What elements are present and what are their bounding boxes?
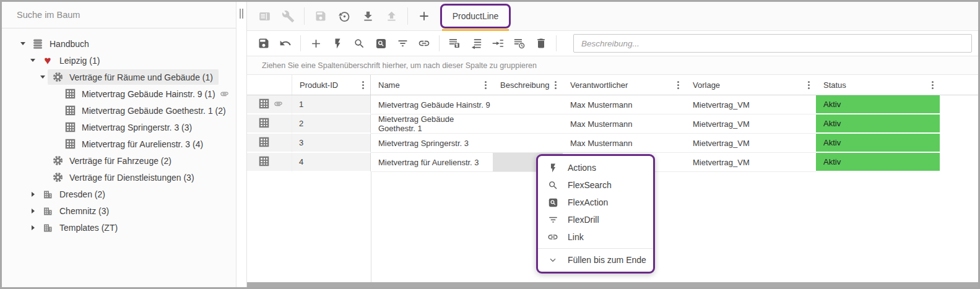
tree-item-label: Verträge für Räume und Gebäude (1) — [69, 72, 213, 82]
column-menu-icon[interactable] — [676, 80, 680, 90]
cell-beschreibung[interactable] — [493, 114, 563, 134]
cell-produkt-id[interactable]: 2 — [292, 114, 371, 134]
download-button[interactable] — [360, 9, 375, 24]
cell-verantwortlicher[interactable]: Max Mustermann — [563, 114, 685, 134]
app-window: Handbuch ♥ Leipzig (1) Verträge für Räum… — [0, 0, 980, 289]
row-type-cell[interactable] — [247, 134, 292, 153]
tree-item-dresden[interactable]: Dresden (2) — [2, 186, 236, 202]
tree-item-label: Mietvertrag Gebäude Goethestr. 1 (2) — [82, 106, 226, 116]
wrench-button[interactable] — [280, 9, 295, 24]
tree-item-vertraege-dienstleistungen[interactable]: Verträge für Dienstleistungen (3) — [2, 169, 236, 186]
status-badge[interactable]: Aktiv — [816, 95, 940, 114]
building-icon — [41, 205, 54, 217]
status-badge[interactable]: Aktiv — [816, 134, 940, 153]
cell-name[interactable]: Mietvertrag Springerstr. 3 — [371, 134, 493, 153]
menu-item-link[interactable]: Link — [538, 228, 653, 246]
toolbar-divider — [304, 7, 305, 25]
undo-button[interactable] — [279, 37, 292, 50]
group-by-drop-zone[interactable]: Ziehen Sie eine Spaltenüberschrift hierh… — [247, 56, 978, 75]
flexsearch-button[interactable] — [352, 37, 366, 50]
add-row-button[interactable] — [309, 37, 323, 50]
tree-item-label: Verträge für Dienstleistungen (3) — [69, 173, 194, 183]
panel-toggle-button[interactable] — [257, 9, 272, 24]
panel-resize-handle[interactable] — [240, 9, 243, 19]
tree-item-leipzig[interactable]: ♥ Leipzig (1) — [2, 52, 236, 69]
menu-item-flexdrill[interactable]: FlexDrill — [538, 211, 653, 228]
actions-button[interactable] — [331, 37, 344, 50]
cell-verantwortlicher[interactable]: Max Mustermann — [563, 134, 685, 153]
menu-item-flexaction[interactable]: FlexAction — [538, 194, 653, 211]
chevron-expanded-icon[interactable] — [28, 59, 38, 62]
flexdrill-button[interactable] — [396, 37, 409, 50]
row-type-cell[interactable] — [247, 114, 292, 134]
table-row[interactable]: 3 Mietvertrag Springerstr. 3 Max Musterm… — [247, 134, 978, 153]
add-tab-button[interactable] — [417, 9, 431, 24]
column-header-name[interactable]: Name — [371, 75, 493, 95]
column-menu-icon[interactable] — [553, 80, 558, 90]
save-rows-button[interactable] — [448, 37, 461, 50]
chevron-collapsed-icon[interactable] — [28, 192, 38, 197]
cell-beschreibung[interactable] — [493, 95, 563, 114]
save-grid-button[interactable] — [257, 37, 271, 50]
tree-item-handbuch[interactable]: Handbuch — [2, 35, 236, 52]
save-button[interactable] — [313, 9, 328, 24]
status-badge[interactable]: Aktiv — [816, 114, 940, 134]
column-header-beschreibung[interactable]: Beschreibung — [493, 75, 563, 95]
restore-history-button[interactable] — [337, 9, 352, 24]
flexaction-button[interactable] — [374, 37, 388, 50]
menu-divider — [538, 248, 653, 249]
chevron-collapsed-icon[interactable] — [28, 209, 38, 214]
tree-search-input[interactable] — [2, 10, 236, 20]
chevron-expanded-icon[interactable] — [18, 42, 28, 45]
tree-item-mietvertrag-aurelienstr[interactable]: Mietvertrag für Aurelienstr. 3 (4) — [2, 136, 236, 152]
column-header-verantwortlicher[interactable]: Verantwortlicher — [563, 75, 685, 95]
menu-item-flexsearch[interactable]: FlexSearch — [538, 176, 653, 194]
column-header-status[interactable]: Status — [816, 75, 940, 95]
delete-button[interactable] — [534, 37, 548, 50]
cell-vorlage[interactable]: Mietvertrag_VM — [685, 134, 816, 153]
gear-icon — [51, 71, 64, 84]
tree-item-chemnitz[interactable]: Chemnitz (3) — [2, 202, 236, 219]
beschreibung-filter-input[interactable] — [573, 34, 972, 53]
table-row[interactable]: 1 Mietvertrag Gebäude Hainstr. 9 Max Mus… — [247, 95, 978, 114]
cell-produkt-id[interactable]: 4 — [292, 153, 371, 172]
indent-row-button[interactable] — [491, 37, 505, 50]
menu-item-fuellen-bis-zum-ende[interactable]: Füllen bis zum Ende — [538, 251, 653, 269]
column-header-vorlage[interactable]: Vorlage — [685, 75, 816, 95]
chevron-expanded-icon[interactable] — [38, 75, 48, 79]
tree-item-mietvertrag-hainstr[interactable]: Mietvertrag Gebäude Hainstr. 9 (1) — [2, 85, 236, 102]
cell-produkt-id[interactable]: 1 — [292, 95, 371, 114]
cell-vorlage[interactable]: Mietvertrag_VM — [685, 153, 816, 172]
chevron-collapsed-icon[interactable] — [28, 225, 38, 230]
collapse-rows-button[interactable] — [469, 37, 483, 50]
row-type-cell[interactable] — [247, 153, 292, 172]
cell-name[interactable]: Mietvertrag Gebäude Hainstr. 9 — [371, 95, 493, 114]
row-history-button[interactable] — [513, 37, 526, 50]
tree-item-mietvertrag-springerstr[interactable]: Mietvertrag Springerstr. 3 (3) — [2, 119, 236, 136]
cell-beschreibung[interactable] — [493, 134, 563, 153]
cell-verantwortlicher[interactable]: Max Mustermann — [563, 95, 685, 114]
cell-produkt-id[interactable]: 3 — [292, 134, 371, 153]
grid-header-row: Produkt-ID Name Beschreibung Verantwortl… — [247, 75, 978, 95]
row-type-cell[interactable] — [247, 95, 292, 114]
upload-button[interactable] — [384, 9, 399, 24]
column-header-produkt-id[interactable]: Produkt-ID — [292, 75, 371, 95]
status-badge[interactable]: Aktiv — [816, 153, 940, 172]
table-row[interactable]: 2 Mietvertrag Gebäude Goethestr. 1 Max M… — [247, 114, 978, 134]
tab-productline[interactable]: ProductLine — [440, 4, 511, 28]
menu-item-actions[interactable]: Actions — [538, 159, 653, 176]
cell-name[interactable]: Mietvertrag Gebäude Goethestr. 1 — [371, 114, 493, 134]
cell-vorlage[interactable]: Mietvertrag_VM — [685, 114, 816, 134]
horizontal-scrollbar[interactable] — [247, 282, 978, 287]
cell-name[interactable]: Mietvertrag für Aurelienstr. 3 — [371, 153, 493, 172]
cell-vorlage[interactable]: Mietvertrag_VM — [685, 95, 816, 114]
column-menu-icon[interactable] — [807, 80, 811, 90]
column-menu-icon[interactable] — [930, 80, 935, 90]
tree-item-mietvertrag-goethestr[interactable]: Mietvertrag Gebäude Goethestr. 1 (2) — [2, 102, 236, 119]
link-button[interactable] — [417, 37, 431, 50]
column-menu-icon[interactable] — [361, 80, 365, 90]
column-menu-icon[interactable] — [483, 80, 488, 90]
tree-item-vertraege-raeume[interactable]: Verträge für Räume und Gebäude (1) — [2, 69, 236, 85]
tree-item-templates[interactable]: Templates (ZT) — [2, 219, 236, 236]
tree-item-vertraege-fahrzeuge[interactable]: Verträge für Fahrzeuge (2) — [2, 152, 236, 169]
